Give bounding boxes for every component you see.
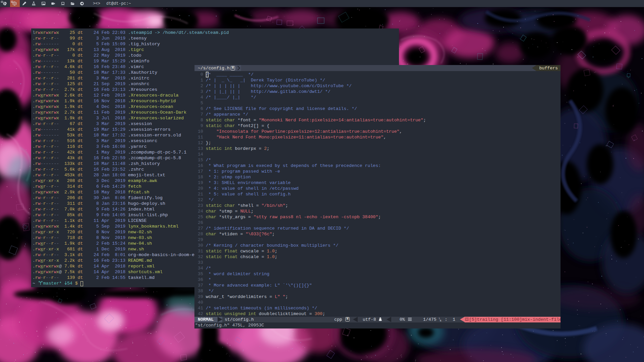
svg-text:N: N <box>440 319 441 322</box>
